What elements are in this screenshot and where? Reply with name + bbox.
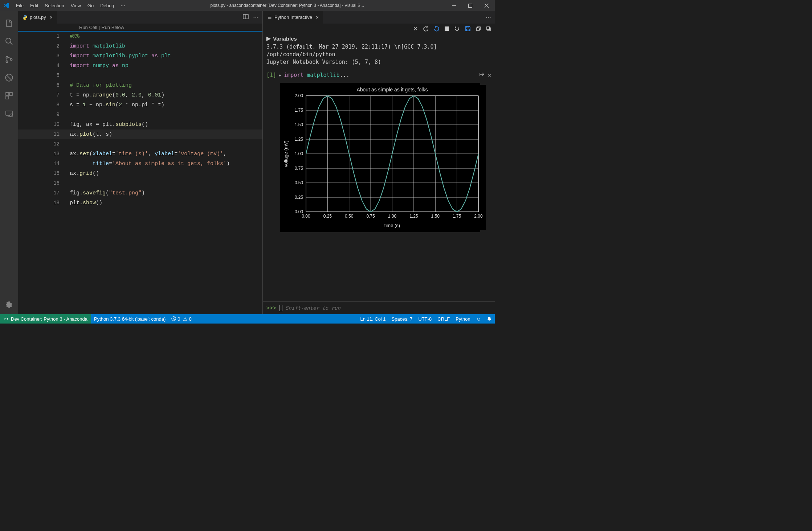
split-editor-icon[interactable]: [243, 14, 249, 21]
svg-text:0.25: 0.25: [295, 195, 303, 200]
svg-text:0.50: 0.50: [345, 214, 354, 219]
restart-icon[interactable]: [454, 26, 460, 32]
cell-expand-icon[interactable]: ▸: [278, 72, 282, 78]
minimize-button[interactable]: [446, 0, 462, 11]
settings-gear-icon[interactable]: [0, 296, 18, 313]
redo-icon[interactable]: [423, 26, 429, 32]
undo-icon[interactable]: [434, 26, 440, 32]
code-line[interactable]: 7t = np.arange(0.0, 2.0, 0.01): [18, 90, 262, 100]
variables-toggle[interactable]: ▶ Variables: [263, 34, 495, 43]
code-line[interactable]: 8s = 1 + np.sin(2 * np.pi * t): [18, 100, 262, 110]
editor-tabs: plots.py × ⋯: [18, 11, 262, 24]
menu-overflow[interactable]: ⋯: [117, 3, 128, 8]
goto-icon[interactable]: [479, 72, 485, 78]
code-editor[interactable]: 1#%%2import matplotlib3import matplotlib…: [18, 32, 262, 314]
input-placeholder: Shift-enter to run: [285, 305, 340, 311]
tab-python-interactive[interactable]: Python Interactive ×: [263, 11, 323, 24]
svg-text:0.25: 0.25: [323, 214, 332, 219]
language-mode[interactable]: Python: [453, 316, 473, 322]
code-line[interactable]: 1#%%: [18, 32, 262, 41]
svg-rect-16: [477, 28, 480, 30]
activity-bar: [0, 11, 18, 314]
code-line[interactable]: 15ax.grid(): [18, 169, 262, 178]
code-line[interactable]: 4import numpy as np: [18, 61, 262, 71]
input-cursor[interactable]: [279, 305, 282, 311]
list-icon: [267, 15, 272, 20]
cursor-position[interactable]: Ln 11, Col 1: [358, 316, 389, 322]
maximize-button[interactable]: [462, 0, 478, 11]
extensions-icon[interactable]: [0, 87, 18, 104]
collapse-icon[interactable]: [486, 26, 491, 31]
expand-icon[interactable]: [476, 26, 481, 31]
code-line[interactable]: 2import matplotlib: [18, 41, 262, 51]
debug-icon[interactable]: [0, 69, 18, 86]
svg-point-4: [6, 61, 8, 63]
code-line[interactable]: 17fig.savefig("test.png"): [18, 188, 262, 198]
cell-delete-icon[interactable]: ✕: [488, 72, 491, 78]
menu-file[interactable]: File: [13, 3, 27, 8]
svg-text:1.50: 1.50: [431, 214, 440, 219]
code-line[interactable]: 10fig, ax = plt.subplots(): [18, 120, 262, 129]
feedback-icon[interactable]: ☺: [473, 316, 484, 322]
problems-indicator[interactable]: ⓧ0 ⚠0: [168, 316, 194, 322]
plot-output: 0.000.250.500.751.001.251.501.752.000.00…: [280, 83, 480, 232]
save-icon[interactable]: [465, 26, 471, 32]
menu-selection[interactable]: Selection: [41, 3, 67, 8]
chevron-right-icon: ▶: [266, 35, 271, 42]
svg-text:1.00: 1.00: [295, 151, 303, 156]
svg-text:0.00: 0.00: [295, 209, 303, 214]
cancel-icon[interactable]: ✕: [413, 25, 418, 32]
run-below-link[interactable]: Run Below: [101, 25, 124, 30]
chart: 0.000.250.500.751.001.251.501.752.000.00…: [282, 85, 486, 230]
code-line[interactable]: 13ax.set(xlabel='time (s)', ylabel='volt…: [18, 149, 262, 159]
codelens: Run Cell | Run Below: [18, 24, 262, 32]
svg-rect-7: [6, 92, 9, 95]
python-file-icon: [23, 15, 28, 20]
python-interpreter[interactable]: Python 3.7.3 64-bit ('base': conda): [91, 316, 168, 322]
code-line[interactable]: 3import matplotlib.pyplot as plt: [18, 51, 262, 61]
indentation[interactable]: Spaces: 7: [389, 316, 416, 322]
svg-rect-15: [445, 26, 449, 31]
menu-edit[interactable]: Edit: [27, 3, 41, 8]
remote-icon: [4, 316, 9, 321]
menu-go[interactable]: Go: [84, 3, 97, 8]
vscode-logo-icon: [0, 2, 13, 9]
window-title: plots.py - anacondacontainer [Dev Contai…: [128, 3, 446, 8]
code-line[interactable]: 11ax.plot(t, s): [18, 129, 262, 139]
code-line[interactable]: 9: [18, 110, 262, 120]
code-line[interactable]: 5: [18, 71, 262, 81]
search-icon[interactable]: [0, 33, 18, 50]
svg-point-13: [25, 18, 26, 19]
tab-plots-py[interactable]: plots.py ×: [18, 11, 57, 24]
svg-point-3: [6, 57, 8, 58]
close-button[interactable]: [478, 0, 495, 11]
stop-icon[interactable]: [445, 26, 449, 31]
code-line[interactable]: 12: [18, 139, 262, 149]
encoding[interactable]: UTF-8: [415, 316, 434, 322]
warning-icon: ⚠: [183, 316, 187, 322]
notifications-icon[interactable]: [484, 316, 495, 321]
svg-text:About as simple as it gets, fo: About as simple as it gets, folks: [356, 87, 428, 92]
menu-debug[interactable]: Debug: [97, 3, 117, 8]
menu-view[interactable]: View: [68, 3, 84, 8]
code-line[interactable]: 6# Data for plotting: [18, 81, 262, 90]
source-control-icon[interactable]: [0, 51, 18, 68]
editor-more-icon[interactable]: ⋯: [253, 14, 259, 21]
input-prompt: >>>: [266, 305, 276, 311]
remote-indicator[interactable]: Dev Container: Python 3 - Anaconda: [0, 314, 91, 324]
tab-close-icon[interactable]: ×: [50, 15, 53, 20]
cell-code: import matplotlib...: [284, 72, 350, 78]
code-line[interactable]: 18plt.show(): [18, 198, 262, 208]
code-line[interactable]: 16: [18, 178, 262, 188]
svg-rect-17: [487, 27, 490, 30]
variables-label: Variables: [273, 36, 297, 42]
run-cell-link[interactable]: Run Cell: [79, 25, 97, 30]
eol[interactable]: CRLF: [434, 316, 453, 322]
tab-close-icon[interactable]: ×: [316, 15, 319, 20]
code-line[interactable]: 14 title='About as simple as it gets, fo…: [18, 159, 262, 169]
svg-rect-8: [9, 92, 12, 95]
svg-text:1.50: 1.50: [295, 122, 303, 127]
remote-explorer-icon[interactable]: [0, 105, 18, 123]
editor-more-icon[interactable]: ⋯: [485, 14, 491, 21]
explorer-icon[interactable]: [0, 15, 18, 32]
